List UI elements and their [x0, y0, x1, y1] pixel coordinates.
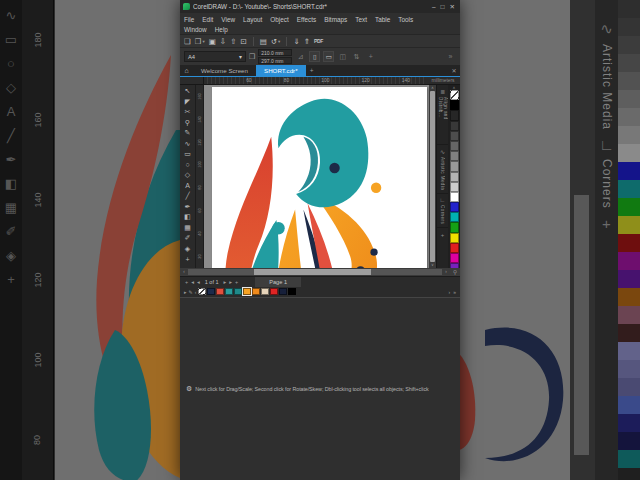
- color-swatch[interactable]: [618, 144, 640, 162]
- color-swatch[interactable]: [207, 288, 215, 295]
- menu-item[interactable]: Object: [270, 16, 288, 23]
- line-tool[interactable]: ╱: [185, 192, 189, 200]
- color-swatch[interactable]: [618, 306, 640, 324]
- menu-item[interactable]: View: [221, 16, 235, 23]
- menu-item[interactable]: Tools: [398, 16, 413, 23]
- download-assets-button[interactable]: ⇓: [293, 37, 299, 46]
- color-swatch[interactable]: [450, 182, 459, 192]
- copy-settings-icon[interactable]: ◫: [337, 51, 348, 62]
- menu-item[interactable]: Effects: [297, 16, 316, 23]
- polygon-tool[interactable]: ◇: [185, 171, 190, 179]
- save-button[interactable]: ▣: [209, 37, 216, 46]
- upload-assets-button[interactable]: ⇑: [304, 37, 310, 46]
- chevron-down-icon[interactable]: ▾: [202, 39, 204, 44]
- more-options-button[interactable]: »: [445, 51, 456, 62]
- pen-tool[interactable]: ✒: [185, 203, 191, 211]
- last-page-icon[interactable]: ▸: [229, 279, 232, 285]
- color-swatch[interactable]: [450, 100, 459, 110]
- palette-more-icon[interactable]: »: [453, 289, 456, 295]
- color-swatch[interactable]: [450, 253, 459, 263]
- add-control-button[interactable]: +: [365, 51, 376, 62]
- color-swatch[interactable]: [288, 288, 296, 295]
- color-swatch[interactable]: [279, 288, 287, 295]
- color-swatch[interactable]: [618, 216, 640, 234]
- color-swatch[interactable]: [618, 450, 640, 468]
- color-swatch[interactable]: [618, 36, 640, 54]
- color-swatch[interactable]: [450, 151, 459, 161]
- color-swatch[interactable]: [450, 243, 459, 253]
- gear-icon[interactable]: ⚙: [186, 385, 192, 393]
- color-swatch[interactable]: [450, 161, 459, 171]
- menu-item[interactable]: Table: [375, 16, 390, 23]
- paste-button[interactable]: ▤: [260, 37, 267, 46]
- mesh-fill-tool[interactable]: ▦: [184, 224, 191, 232]
- color-swatch[interactable]: [618, 198, 640, 216]
- tab-short-cdr[interactable]: SHORT.cdr*: [256, 65, 306, 76]
- menu-item[interactable]: Edit: [202, 16, 213, 23]
- vertical-scrollbar-thumb[interactable]: [430, 91, 435, 262]
- canvas[interactable]: [204, 85, 429, 268]
- previous-page-icon[interactable]: ◂: [197, 279, 200, 285]
- menu-item[interactable]: Text: [355, 16, 367, 23]
- landscape-button[interactable]: ▭: [323, 51, 334, 62]
- angle-icon[interactable]: ⊿: [295, 51, 306, 62]
- color-swatch[interactable]: [618, 288, 640, 306]
- docker-tab-align-distribute[interactable]: ≣ Align and Distrib...: [437, 85, 448, 145]
- flyout-icon[interactable]: ▸: [184, 289, 187, 295]
- color-swatch[interactable]: [252, 288, 260, 295]
- document-page[interactable]: [212, 87, 427, 268]
- ellipse-tool[interactable]: ○: [185, 161, 189, 169]
- undo-button[interactable]: ↺▾: [271, 37, 281, 46]
- color-swatch[interactable]: [618, 324, 640, 342]
- eyedropper-tool[interactable]: ✐: [185, 234, 191, 242]
- tab-welcome-screen[interactable]: Welcome Screen: [193, 65, 256, 76]
- color-swatch[interactable]: [450, 141, 459, 151]
- color-swatch[interactable]: [618, 126, 640, 144]
- minimize-button[interactable]: –: [432, 3, 436, 11]
- menu-item[interactable]: Bitmaps: [324, 16, 347, 23]
- text-tool[interactable]: A: [185, 182, 190, 190]
- color-swatch[interactable]: [225, 288, 233, 295]
- color-swatch[interactable]: [618, 432, 640, 450]
- color-swatch[interactable]: [450, 110, 459, 120]
- color-swatch[interactable]: [618, 252, 640, 270]
- interactive-fill-tool[interactable]: ◧: [184, 213, 191, 221]
- color-swatch[interactable]: [618, 396, 640, 414]
- chevron-down-icon[interactable]: ▾: [278, 39, 280, 44]
- color-swatch[interactable]: [270, 288, 278, 295]
- color-swatch[interactable]: [216, 288, 224, 295]
- export-button[interactable]: ⇧: [230, 37, 236, 46]
- vertical-scrollbar[interactable]: ∧ ∨: [429, 85, 436, 268]
- menu-item[interactable]: File: [184, 16, 194, 23]
- color-swatch[interactable]: [618, 18, 640, 36]
- home-icon[interactable]: ⌂: [180, 65, 193, 76]
- color-swatch[interactable]: [243, 288, 251, 295]
- page-size-select[interactable]: A4 ▾: [184, 51, 246, 62]
- next-page-icon[interactable]: ▸: [224, 279, 227, 285]
- color-swatch[interactable]: [618, 54, 640, 72]
- menu-item[interactable]: Layout: [243, 16, 262, 23]
- zoom-tool[interactable]: ⚲: [185, 119, 190, 127]
- color-swatch[interactable]: [450, 222, 459, 232]
- color-swatch[interactable]: [450, 131, 459, 141]
- page-width-field[interactable]: 210.0 mm: [258, 49, 292, 56]
- maximize-button[interactable]: □: [441, 3, 445, 11]
- add-docker-button[interactable]: +: [441, 232, 445, 238]
- menu-item[interactable]: Help: [215, 26, 228, 33]
- docker-tab-artistic-media[interactable]: ∿ Artistic Media: [437, 145, 448, 194]
- import-button[interactable]: ⇩: [220, 37, 226, 46]
- horizontal-scrollbar[interactable]: ‹ › ⚲: [180, 268, 460, 276]
- scale-icon[interactable]: ⇅: [351, 51, 362, 62]
- color-swatch[interactable]: [450, 172, 459, 182]
- page-height-field[interactable]: 297.0 mm: [258, 57, 292, 64]
- horizontal-scrollbar-thumb[interactable]: [254, 269, 371, 275]
- color-swatch[interactable]: [198, 288, 206, 295]
- color-swatch[interactable]: [618, 270, 640, 288]
- docker-tab-corners[interactable]: ∟ Corners: [437, 194, 448, 228]
- scroll-up-icon[interactable]: ∧: [431, 85, 434, 90]
- shape-tool[interactable]: ◤: [185, 98, 190, 106]
- scroll-left-icon[interactable]: ‹: [180, 269, 188, 274]
- add-page-button[interactable]: +: [235, 279, 238, 285]
- color-swatch[interactable]: [618, 162, 640, 180]
- color-swatch[interactable]: [618, 108, 640, 126]
